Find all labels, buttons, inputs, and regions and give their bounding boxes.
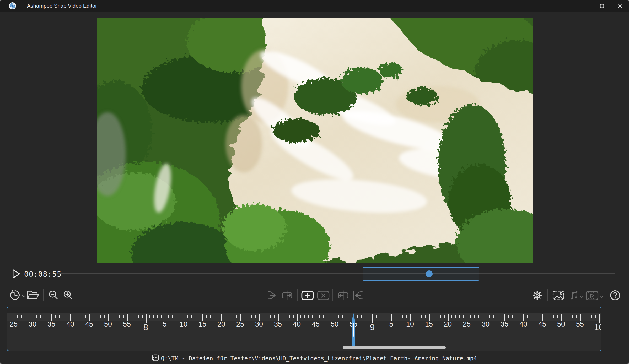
ruler-tick: [51, 314, 52, 321]
ruler-tick: [21, 315, 22, 318]
ruler-tick: [44, 315, 44, 318]
close-button[interactable]: [611, 0, 629, 12]
ruler-tick: [104, 315, 105, 318]
ruler-second-label: 55: [576, 320, 584, 328]
ruler-tick: [467, 314, 467, 321]
ruler-tick: [74, 315, 74, 318]
ruler-tick: [33, 314, 33, 321]
ruler-tick: [202, 314, 203, 321]
ruler-tick: [40, 315, 41, 318]
ruler-second-label: 20: [217, 320, 225, 328]
ruler-second-label: 30: [29, 320, 36, 328]
ruler-second-label: 10: [180, 320, 187, 328]
ruler-tick: [127, 314, 128, 321]
ruler-tick: [414, 315, 414, 318]
ruler-tick: [527, 315, 528, 318]
ruler-tick: [531, 315, 531, 318]
ruler-tick: [459, 315, 460, 318]
ruler-tick: [410, 314, 411, 321]
ruler-tick: [327, 315, 327, 318]
remove-segment-button[interactable]: [317, 290, 330, 301]
toolbar-divider: [547, 289, 548, 301]
ruler-tick: [278, 314, 279, 321]
music-chevron-down-icon[interactable]: [580, 295, 583, 299]
ruler-tick: [504, 314, 505, 321]
ruler-tick: [350, 315, 350, 318]
add-segment-button[interactable]: [301, 290, 314, 301]
ruler-tick: [100, 315, 101, 318]
ruler-tick: [195, 315, 195, 318]
snap-end-button[interactable]: [351, 291, 364, 300]
timeline-scrollbar[interactable]: [343, 346, 446, 349]
history-button[interactable]: [9, 290, 20, 301]
ruler-tick: [553, 315, 554, 318]
window-controls: [575, 0, 629, 12]
ruler-tick: [274, 315, 275, 318]
video-chevron-down-icon[interactable]: [600, 295, 603, 299]
export-video-button[interactable]: [585, 291, 599, 301]
ruler-tick: [229, 315, 229, 318]
ruler-tick: [580, 314, 581, 321]
ruler-tick: [300, 315, 301, 318]
ruler-tick: [557, 315, 558, 318]
ruler-tick: [565, 315, 565, 318]
video-preview: [97, 18, 533, 263]
seek-handle[interactable]: [426, 270, 433, 277]
help-button[interactable]: [610, 290, 621, 301]
export-image-button[interactable]: [552, 290, 565, 301]
minimize-button[interactable]: [575, 0, 593, 12]
toolbar-divider: [605, 289, 605, 301]
ruler-tick: [304, 315, 305, 318]
ruler-tick: [59, 315, 60, 318]
toolbar-divider: [332, 289, 333, 301]
ruler-tick: [486, 314, 486, 321]
ruler-tick: [399, 315, 399, 318]
ruler-tick: [497, 315, 497, 318]
ruler-tick: [78, 315, 78, 318]
maximize-button[interactable]: [593, 0, 611, 12]
ruler-second-label: 20: [444, 320, 452, 328]
ruler-tick: [440, 315, 441, 318]
settings-button[interactable]: [532, 290, 543, 301]
extend-start-button[interactable]: [281, 290, 294, 301]
ruler-tick: [535, 315, 535, 318]
ruler-second-label: 30: [482, 320, 490, 328]
ruler-tick: [474, 315, 475, 318]
seek-track[interactable]: [57, 273, 615, 274]
ruler-tick: [323, 315, 324, 318]
ruler-tick: [595, 315, 596, 318]
ruler-tick: [165, 314, 165, 321]
ruler-tick: [82, 315, 82, 318]
ruler-tick: [395, 315, 395, 318]
app-logo-icon: [9, 2, 16, 10]
history-chevron-down-icon[interactable]: [22, 294, 25, 298]
ruler-tick: [402, 315, 403, 318]
ruler-tick: [157, 315, 158, 318]
ruler-tick: [93, 315, 93, 318]
ruler-second-label: 5: [389, 320, 393, 328]
ruler-tick: [312, 315, 313, 318]
play-button[interactable]: [12, 269, 21, 279]
zoom-in-button[interactable]: [63, 290, 74, 301]
ruler-tick: [421, 315, 422, 318]
ruler-tick: [357, 315, 358, 318]
ruler-tick: [546, 315, 546, 318]
extend-end-button[interactable]: [336, 290, 349, 301]
music-button[interactable]: [569, 290, 579, 300]
ruler-tick: [97, 315, 97, 318]
timeline-panel[interactable]: 2530354045505585101520253035404550559510…: [7, 307, 601, 351]
ruler-tick: [199, 315, 199, 318]
video-file-icon: [152, 354, 159, 362]
zoom-out-button[interactable]: [48, 290, 59, 301]
ruler-tick: [180, 315, 180, 318]
ruler-second-label: 15: [425, 320, 433, 328]
ruler-tick: [48, 315, 48, 318]
snap-start-button[interactable]: [267, 291, 279, 300]
seek-visible-region[interactable]: [363, 267, 479, 281]
ruler-tick: [293, 315, 294, 318]
playhead[interactable]: [352, 313, 355, 347]
ruler-tick: [116, 315, 116, 318]
ruler-tick: [244, 315, 244, 318]
open-file-button[interactable]: [27, 290, 39, 300]
current-time: 00:08:55: [24, 270, 62, 279]
